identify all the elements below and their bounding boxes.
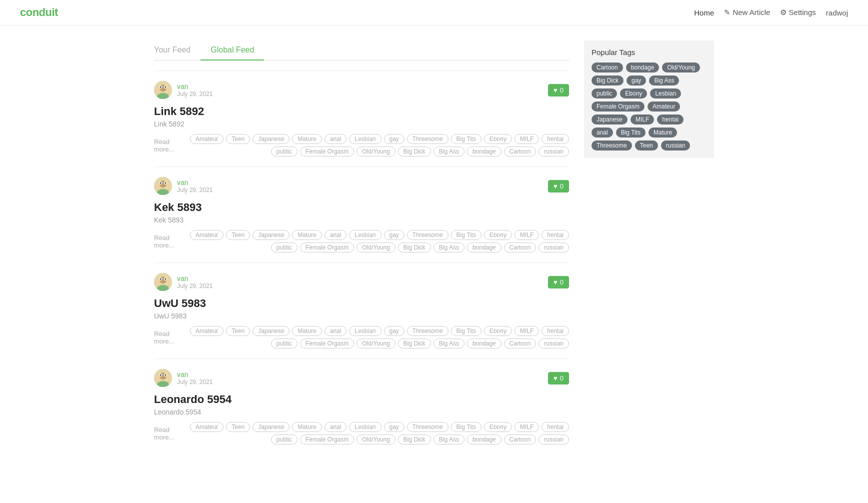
tab-global-feed[interactable]: Global Feed xyxy=(200,40,264,60)
article-tag[interactable]: Japanese xyxy=(252,134,290,144)
popular-tag[interactable]: Ebony xyxy=(620,88,647,98)
article-tag[interactable]: anal xyxy=(324,230,347,240)
article-tag[interactable]: Ebony xyxy=(484,230,512,240)
article-tag[interactable]: Mature xyxy=(292,230,322,240)
article-tag[interactable]: Old/Young xyxy=(356,434,396,444)
popular-tag[interactable]: Teen xyxy=(635,140,658,150)
article-tag[interactable]: hentai xyxy=(542,422,569,432)
article-tag[interactable]: Lesbian xyxy=(349,134,381,144)
article-tag[interactable]: hentai xyxy=(542,326,569,336)
read-more-link[interactable]: Read more... xyxy=(154,138,176,153)
popular-tag[interactable]: russian xyxy=(661,140,690,150)
article-tag[interactable]: public xyxy=(271,338,298,348)
popular-tag[interactable]: Big Tits xyxy=(616,128,646,138)
article-tag[interactable]: Old/Young xyxy=(356,242,396,252)
article-tag[interactable]: Teen xyxy=(226,422,250,432)
article-tag[interactable]: Japanese xyxy=(252,230,290,240)
article-tag[interactable]: Big Dick xyxy=(398,146,431,156)
article-tag[interactable]: Lesbian xyxy=(349,230,381,240)
article-tag[interactable]: MILF xyxy=(514,326,539,336)
article-tag[interactable]: anal xyxy=(324,326,347,336)
article-tag[interactable]: anal xyxy=(324,134,347,144)
article-tag[interactable]: Big Tits xyxy=(451,326,482,336)
article-tag[interactable]: russian xyxy=(538,146,569,156)
nav-new-article[interactable]: ✎ New Article xyxy=(724,8,770,17)
article-tag[interactable]: MILF xyxy=(514,230,539,240)
article-tag[interactable]: public xyxy=(271,434,298,444)
article-tag[interactable]: Ebony xyxy=(484,326,512,336)
article-tag[interactable]: hentai xyxy=(542,134,569,144)
article-tag[interactable]: Lesbian xyxy=(349,326,381,336)
article-tag[interactable]: gay xyxy=(384,326,404,336)
article-tag[interactable]: Big Dick xyxy=(398,338,431,348)
article-tag[interactable]: Female Orgasm xyxy=(300,338,354,348)
article-tag[interactable]: Amateur xyxy=(190,326,224,336)
article-tag[interactable]: bondage xyxy=(467,146,502,156)
article-tag[interactable]: Cartoon xyxy=(504,146,536,156)
article-tag[interactable]: Cartoon xyxy=(504,338,536,348)
article-tag[interactable]: Big Ass xyxy=(434,338,464,348)
article-tag[interactable]: public xyxy=(271,146,298,156)
article-tag[interactable]: Japanese xyxy=(252,422,290,432)
article-tag[interactable]: Threesome xyxy=(407,326,448,336)
article-tag[interactable]: Teen xyxy=(226,134,250,144)
article-tag[interactable]: Old/Young xyxy=(356,146,396,156)
popular-tag[interactable]: gay xyxy=(626,76,646,86)
article-tag[interactable]: Big Ass xyxy=(434,434,464,444)
author-name[interactable]: van xyxy=(177,178,212,186)
article-tag[interactable]: Female Orgasm xyxy=(300,434,354,444)
article-tag[interactable]: Mature xyxy=(292,134,322,144)
article-tag[interactable]: russian xyxy=(538,434,569,444)
tab-your-feed[interactable]: Your Feed xyxy=(154,40,200,60)
popular-tag[interactable]: Lesbian xyxy=(650,88,681,98)
like-button[interactable]: ♥ 0 xyxy=(548,84,569,96)
article-tag[interactable]: bondage xyxy=(467,434,502,444)
article-tag[interactable]: Lesbian xyxy=(349,422,381,432)
nav-user[interactable]: radwoj xyxy=(826,8,848,17)
article-tag[interactable]: gay xyxy=(384,230,404,240)
article-tag[interactable]: Mature xyxy=(292,422,322,432)
article-tag[interactable]: Amateur xyxy=(190,422,224,432)
article-tag[interactable]: Amateur xyxy=(190,134,224,144)
article-tag[interactable]: bondage xyxy=(467,242,502,252)
nav-settings[interactable]: ⚙ Settings xyxy=(780,8,816,17)
article-tag[interactable]: bondage xyxy=(467,338,502,348)
article-tag[interactable]: Mature xyxy=(292,326,322,336)
popular-tag[interactable]: Japanese xyxy=(592,114,628,124)
article-tag[interactable]: Big Tits xyxy=(451,134,482,144)
article-tag[interactable]: Big Dick xyxy=(398,242,431,252)
article-tag[interactable]: Threesome xyxy=(407,422,448,432)
article-tag[interactable]: public xyxy=(271,242,298,252)
article-tag[interactable]: Big Tits xyxy=(451,230,482,240)
article-tag[interactable]: Ebony xyxy=(484,134,512,144)
article-tag[interactable]: Old/Young xyxy=(356,338,396,348)
article-tag[interactable]: gay xyxy=(384,134,404,144)
article-tag[interactable]: gay xyxy=(384,422,404,432)
article-tag[interactable]: russian xyxy=(538,338,569,348)
author-name[interactable]: van xyxy=(177,370,212,378)
article-tag[interactable]: Japanese xyxy=(252,326,290,336)
article-tag[interactable]: Cartoon xyxy=(504,434,536,444)
popular-tag[interactable]: hentai xyxy=(657,114,684,124)
popular-tag[interactable]: Amateur xyxy=(648,102,680,112)
article-tag[interactable]: MILF xyxy=(514,134,539,144)
article-tag[interactable]: anal xyxy=(324,422,347,432)
article-tag[interactable]: Amateur xyxy=(190,230,224,240)
popular-tag[interactable]: Old/Young xyxy=(662,62,700,72)
popular-tag[interactable]: Female Orgasm xyxy=(592,102,644,112)
read-more-link[interactable]: Read more... xyxy=(154,426,176,441)
popular-tag[interactable]: anal xyxy=(592,128,613,138)
like-button[interactable]: ♥ 0 xyxy=(548,180,569,192)
article-tag[interactable]: hentai xyxy=(542,230,569,240)
popular-tag[interactable]: Threesome xyxy=(592,140,632,150)
like-button[interactable]: ♥ 0 xyxy=(548,372,569,384)
article-tag[interactable]: Threesome xyxy=(407,134,448,144)
article-tag[interactable]: MILF xyxy=(514,422,539,432)
popular-tag[interactable]: Big Ass xyxy=(649,76,679,86)
popular-tag[interactable]: public xyxy=(592,88,617,98)
article-tag[interactable]: russian xyxy=(538,242,569,252)
author-name[interactable]: van xyxy=(177,274,212,282)
article-tag[interactable]: Big Ass xyxy=(434,146,464,156)
nav-home[interactable]: Home xyxy=(694,8,714,17)
article-tag[interactable]: Cartoon xyxy=(504,242,536,252)
